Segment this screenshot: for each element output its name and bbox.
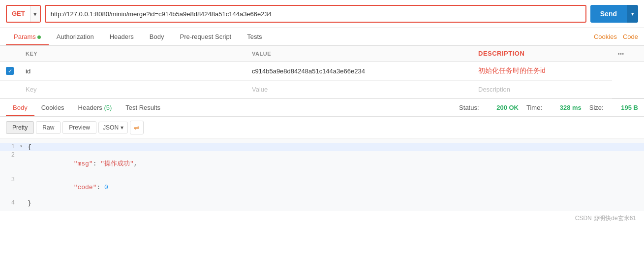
row-placeholder-value[interactable]: Value [246,81,472,98]
time-label: Time: [526,104,542,111]
col-header-desc: DESCRIPTION [472,46,612,62]
response-tab-body[interactable]: Body [6,99,34,116]
col-header-actions: ••• [612,46,644,62]
watermark: CSDN @明快de玄米61 [0,211,644,226]
url-input[interactable] [51,10,581,18]
checkbox-checked-icon: ✓ [6,67,14,75]
row-placeholder-key[interactable]: Key [20,81,246,98]
col-header-value: VALUE [246,46,472,62]
method-container: GET ▾ [6,5,41,23]
col-header-key: KEY [20,46,246,62]
row1-checkbox[interactable]: ✓ [0,62,20,81]
table-row: ✓ id c914b5a9e8d84248a51c144a3e66e234 初始… [0,62,644,81]
send-arrow-dropdown[interactable]: ▾ [627,5,638,23]
json-format-select[interactable]: JSON ▾ [98,122,128,133]
json-dropdown-arrow: ▾ [121,124,123,131]
size-value: 195 B [621,104,638,111]
time-value: 328 ms [560,104,582,111]
method-dropdown[interactable]: ▾ [30,6,40,22]
table-row-placeholder: Key Value Description [0,81,644,98]
format-bar: Pretty Raw Preview JSON ▾ ⇌ [0,117,644,139]
tab-params[interactable]: Params [6,28,49,45]
tab-cookies[interactable]: Cookies [594,33,617,40]
response-section: Body Cookies Headers (5) Test Results St… [0,98,644,226]
response-tab-cookies[interactable]: Cookies [34,99,71,116]
tab-body[interactable]: Body [142,28,172,45]
request-tabs-row: Params Authorization Headers Body Pre-re… [0,28,644,46]
tab-code[interactable]: Code [623,33,638,40]
params-dot [37,35,41,39]
response-tab-test-results[interactable]: Test Results [119,99,167,116]
method-label: GET [7,5,30,23]
format-raw-btn[interactable]: Raw [36,121,61,134]
format-pretty-btn[interactable]: Pretty [6,121,34,134]
code-area: 1 ▾ { 2 "msg": "操作成功", 3 "code": 0 4 } [0,139,644,211]
code-line3-key: "code" [74,184,97,191]
row1-description: 初始化任务时的任务id [472,62,612,81]
response-tab-headers[interactable]: Headers (5) [71,99,119,116]
tab-right-group: Cookies Code [594,33,638,40]
code-line-1: 1 ▾ { [0,143,644,151]
status-value: 200 OK [496,104,519,111]
col-header-check [0,46,20,62]
code-line-2: 2 "msg": "操作成功", [0,151,644,176]
size-label: Size: [589,104,604,111]
url-container [45,5,586,23]
params-table: KEY VALUE DESCRIPTION ••• ✓ id c914b5a9e… [0,46,644,98]
row1-value[interactable]: c914b5a9e8d84248a51c144a3e66e234 [246,62,472,81]
format-preview-btn[interactable]: Preview [62,121,96,134]
tab-tests[interactable]: Tests [239,28,270,45]
send-button-container: Send ▾ [590,5,638,23]
row1-key[interactable]: id [20,62,246,81]
code-line-4: 4 } [0,199,644,207]
response-status: Status: 200 OK Time: 328 ms Size: 195 B [459,104,638,111]
row-placeholder-description[interactable]: Description [472,81,612,98]
wrap-icon[interactable]: ⇌ [130,121,144,134]
tab-authorization[interactable]: Authorization [49,28,102,45]
row-placeholder-checkbox[interactable] [0,81,20,98]
status-label: Status: [459,104,479,111]
code-line2-key: "msg" [74,160,93,167]
tab-headers[interactable]: Headers [102,28,142,45]
code-line-3: 3 "code": 0 [0,176,644,199]
top-bar: GET ▾ Send ▾ [0,0,644,28]
code-line2-value: "操作成功" [100,160,134,167]
code-line3-value: 0 [104,184,108,191]
send-button[interactable]: Send [590,5,627,23]
response-tabs-row: Body Cookies Headers (5) Test Results St… [0,99,644,117]
tab-pre-request-script[interactable]: Pre-request Script [172,28,239,45]
